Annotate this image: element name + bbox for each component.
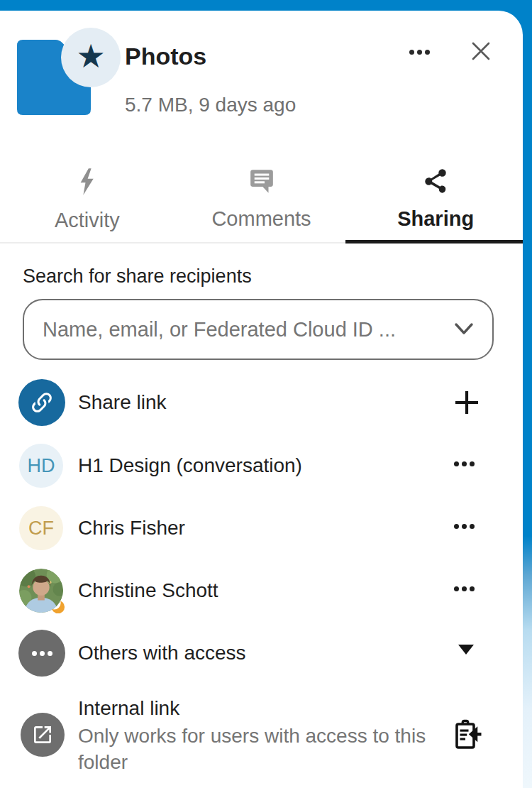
ellipsis-icon	[32, 651, 52, 656]
internal-link-avatar	[21, 713, 65, 757]
h1-design-more-button[interactable]	[454, 461, 475, 466]
tab-sharing-label: Sharing	[397, 207, 474, 231]
active-tab-underline	[345, 240, 523, 243]
add-share-link-button[interactable]	[451, 387, 482, 418]
recipient-search-input[interactable]	[41, 317, 453, 342]
copy-internal-link-button[interactable]	[451, 717, 484, 753]
star-icon: ★	[76, 40, 105, 72]
others-with-access-avatar	[18, 630, 65, 677]
chris-fisher-avatar: CF	[19, 506, 63, 550]
h1-design-avatar: HD	[19, 444, 63, 488]
avatar-initials: HD	[28, 455, 55, 477]
file-title: Photos	[125, 43, 206, 70]
others-with-access-label[interactable]: Others with access	[78, 642, 246, 664]
chevron-down-icon[interactable]	[453, 322, 475, 337]
tab-comments-label: Comments	[211, 207, 311, 231]
tab-comments[interactable]: Comments	[174, 158, 349, 241]
tab-bar: Activity Comments Sharing	[0, 158, 523, 241]
away-status-icon	[50, 598, 65, 617]
internal-link-title[interactable]: Internal link	[78, 697, 179, 720]
close-icon	[468, 38, 494, 64]
tab-sharing[interactable]: Sharing	[348, 158, 523, 241]
christine-schott-label[interactable]: Christine Schott	[78, 579, 218, 602]
tab-activity-label: Activity	[55, 209, 120, 232]
close-button[interactable]	[465, 35, 497, 67]
christine-schott-more-button[interactable]	[454, 586, 475, 591]
share-link-avatar	[18, 379, 65, 426]
avatar-initials: CF	[28, 518, 54, 540]
link-icon	[29, 390, 55, 415]
share-icon	[421, 168, 450, 195]
internal-link-subtitle: Only works for users with access to this…	[78, 723, 447, 775]
favorite-badge: ★	[61, 28, 121, 87]
recipient-search	[23, 299, 494, 360]
header-actions-button[interactable]	[401, 41, 437, 62]
expand-others-button[interactable]	[458, 645, 474, 655]
h1-design-label[interactable]: H1 Design (conversation)	[78, 454, 302, 477]
lightning-icon	[77, 168, 98, 196]
plus-icon	[453, 388, 481, 417]
chris-fisher-label[interactable]: Chris Fisher	[78, 517, 185, 540]
search-label: Search for share recipients	[23, 266, 252, 288]
chris-fisher-more-button[interactable]	[454, 524, 475, 529]
nextcloud-sidebar: ★ Photos 5.7 MB, 9 days ago Activity Com…	[0, 0, 532, 788]
file-meta: 5.7 MB, 9 days ago	[125, 94, 296, 116]
share-link-label[interactable]: Share link	[78, 391, 167, 414]
comment-icon	[248, 168, 275, 195]
external-link-icon	[31, 723, 54, 746]
tab-activity[interactable]: Activity	[0, 158, 174, 241]
clipboard-copy-icon	[453, 718, 482, 751]
